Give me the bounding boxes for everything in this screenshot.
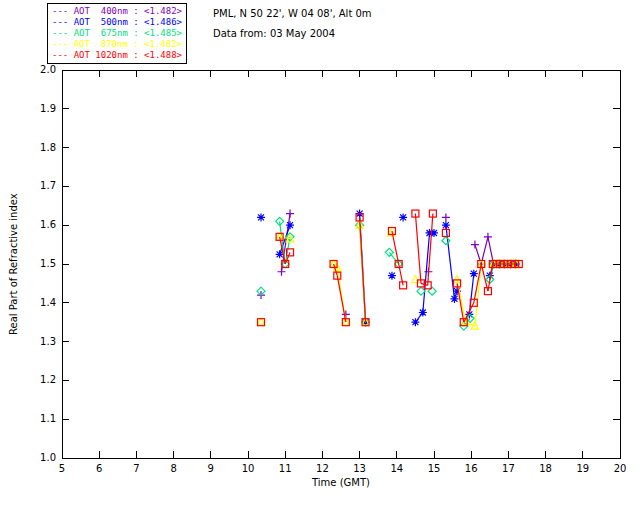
y-tick-label: 1.7 [40,180,56,191]
x-tick-label: 11 [279,463,292,474]
x-tick-label: 8 [170,463,176,474]
y-tick-label: 1.9 [40,103,56,114]
x-tick-label: 16 [465,463,478,474]
x-tick-label: 7 [133,463,139,474]
x-tick-label: 13 [353,463,366,474]
y-tick-label: 1.2 [40,374,56,385]
y-tick-label: 1.5 [40,258,56,269]
x-tick-label: 12 [316,463,329,474]
chart-canvas: 5678910111213141516171819201.01.11.21.31… [0,0,640,512]
y-tick-label: 1.6 [40,219,56,230]
y-tick-label: 1.1 [40,413,56,424]
series-aot-1020nm [258,210,523,326]
y-tick-label: 1.0 [40,452,56,463]
x-tick-label: 20 [614,463,627,474]
x-tick-label: 15 [428,463,441,474]
series-aot-400nm [257,210,520,319]
y-tick-label: 1.3 [40,336,56,347]
x-tick-label: 19 [576,463,589,474]
x-tick-label: 10 [242,463,255,474]
x-tick-label: 14 [390,463,403,474]
x-tick-label: 6 [96,463,102,474]
plot-window: --- AOT 400nm : <1.482>--- AOT 500nm : <… [0,0,640,512]
y-axis-title: Real Part of Refractive index [6,70,20,458]
x-tick-label: 9 [208,463,214,474]
x-tick-label: 18 [539,463,552,474]
y-tick-label: 2.0 [40,64,56,75]
axes: 5678910111213141516171819201.01.11.21.31… [40,64,626,474]
x-axis-title: Time (GMT) [241,477,441,488]
y-tick-label: 1.4 [40,297,56,308]
y-tick-label: 1.8 [40,142,56,153]
x-tick-label: 5 [59,463,65,474]
x-tick-label: 17 [502,463,515,474]
